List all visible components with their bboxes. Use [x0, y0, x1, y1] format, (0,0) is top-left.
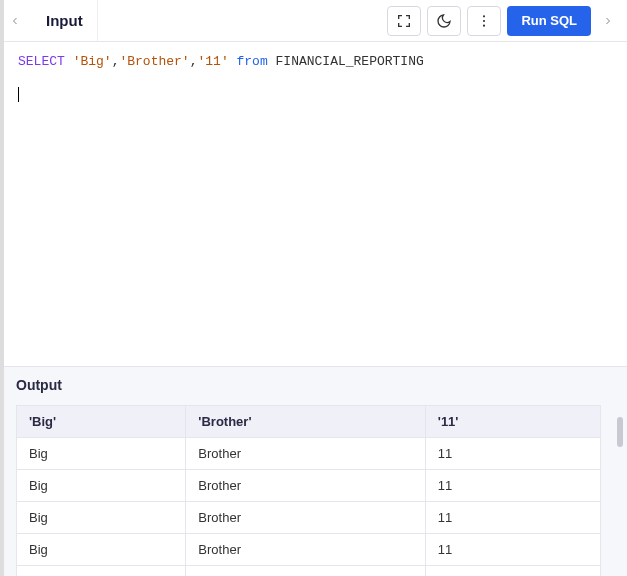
table-row: Big Brother 11	[17, 566, 601, 577]
string-literal: 'Brother'	[119, 54, 189, 69]
theme-toggle-button[interactable]	[427, 6, 461, 36]
table-cell: Big	[17, 470, 186, 502]
next-tab-button[interactable]	[597, 0, 619, 42]
fullscreen-button[interactable]	[387, 6, 421, 36]
table-row: Big Brother 11	[17, 502, 601, 534]
moon-icon	[436, 13, 452, 29]
column-header: 'Brother'	[186, 406, 425, 438]
output-table: 'Big' 'Brother' '11' Big Brother 11 Big …	[16, 405, 601, 576]
table-identifier: FINANCIAL_REPORTING	[276, 54, 424, 69]
sql-editor-app: Input Run SQL SELECT 'Big','Brother','11…	[0, 0, 627, 576]
string-literal: 'Big'	[73, 54, 112, 69]
column-header: '11'	[425, 406, 600, 438]
svg-point-0	[483, 15, 485, 17]
kebab-icon	[476, 13, 492, 29]
table-row: Big Brother 11	[17, 534, 601, 566]
table-cell: 11	[425, 566, 600, 577]
tab-label: Input	[46, 12, 83, 29]
keyword-from: from	[237, 54, 268, 69]
table-row: Big Brother 11	[17, 438, 601, 470]
fullscreen-icon	[396, 13, 412, 29]
prev-tab-button[interactable]	[4, 0, 26, 42]
table-cell: Big	[17, 566, 186, 577]
run-sql-button[interactable]: Run SQL	[507, 6, 591, 36]
sql-line-2	[18, 85, 613, 106]
column-header: 'Big'	[17, 406, 186, 438]
keyword-select: SELECT	[18, 54, 65, 69]
tab-input[interactable]: Input	[32, 0, 98, 41]
run-sql-label: Run SQL	[521, 13, 577, 28]
table-cell: Big	[17, 502, 186, 534]
output-table-container[interactable]: 'Big' 'Brother' '11' Big Brother 11 Big …	[16, 405, 615, 576]
table-cell: 11	[425, 470, 600, 502]
table-cell: Brother	[186, 470, 425, 502]
more-options-button[interactable]	[467, 6, 501, 36]
table-cell: Brother	[186, 502, 425, 534]
sql-line-1: SELECT 'Big','Brother','11' from FINANCI…	[18, 52, 613, 73]
output-panel: Output 'Big' 'Brother' '11' Big Brother …	[4, 366, 627, 576]
table-cell: Big	[17, 534, 186, 566]
table-cell: Brother	[186, 438, 425, 470]
table-cell: Brother	[186, 566, 425, 577]
svg-point-2	[483, 24, 485, 26]
table-cell: 11	[425, 502, 600, 534]
string-literal: '11'	[197, 54, 228, 69]
sql-editor-textarea[interactable]: SELECT 'Big','Brother','11' from FINANCI…	[4, 42, 627, 366]
table-header-row: 'Big' 'Brother' '11'	[17, 406, 601, 438]
table-cell: Brother	[186, 534, 425, 566]
table-cell: 11	[425, 438, 600, 470]
scrollbar-thumb[interactable]	[617, 417, 623, 447]
editor-toolbar: Input Run SQL	[4, 0, 627, 42]
text-cursor	[18, 87, 19, 102]
output-title: Output	[16, 377, 615, 393]
table-row: Big Brother 11	[17, 470, 601, 502]
table-cell: Big	[17, 438, 186, 470]
svg-point-1	[483, 19, 485, 21]
table-cell: 11	[425, 534, 600, 566]
